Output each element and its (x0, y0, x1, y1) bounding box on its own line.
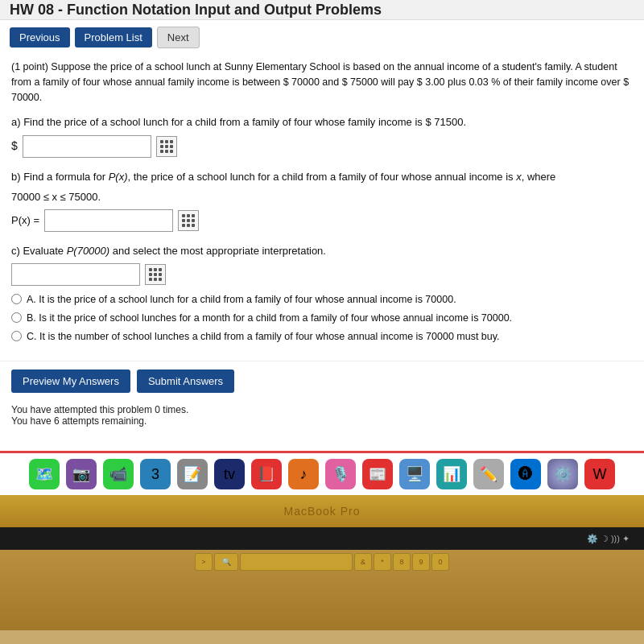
part-b-input-row: P(x) = (11, 209, 633, 232)
dot (165, 150, 168, 153)
laptop-screen: HW 08 - Function Notation Input and Outp… (0, 0, 644, 451)
dock-calendar-icon[interactable]: 3 (140, 459, 171, 489)
dot (149, 273, 152, 276)
radio-option-a: A. It is the price of a school lunch for… (11, 292, 633, 308)
dock-preferences-icon[interactable]: ⚙️ (547, 459, 578, 489)
dock-numbers-icon[interactable]: 📊 (436, 459, 467, 489)
dock-powerpoint2-icon[interactable]: W (584, 459, 615, 489)
dock-appstore-icon[interactable]: 🅐 (510, 459, 541, 489)
dock-appletv-icon[interactable]: tv (214, 459, 245, 489)
dot (165, 145, 168, 148)
part-a-input[interactable] (23, 135, 151, 158)
attempt-line1: You have attempted this problem 0 times. (11, 404, 633, 415)
part-a-input-row: $ (11, 135, 633, 158)
previous-button[interactable]: Previous (10, 27, 70, 47)
dot (159, 278, 162, 281)
radio-b-label: B. Is it the price of school lunches for… (27, 311, 512, 326)
grid-dots-c (149, 268, 162, 281)
preview-button[interactable]: Preview My Answers (11, 369, 130, 393)
key-9[interactable]: 9 (412, 553, 430, 571)
dot (149, 268, 152, 271)
dot (187, 224, 190, 227)
part-b: b) Find a formula for P(x), the price of… (11, 169, 633, 232)
dot (159, 268, 162, 271)
dock-notes-icon[interactable]: 📝 (177, 459, 208, 489)
part-a-label: a) Find the price of a school lunch for … (11, 114, 633, 130)
dot (160, 150, 163, 153)
dot (165, 140, 168, 143)
px-label: P(x) = (11, 213, 39, 229)
laptop-bezel: MacBook Pro (0, 495, 644, 527)
dot (160, 145, 163, 148)
key-0[interactable]: 0 (431, 553, 449, 571)
key-amp[interactable]: & (354, 553, 372, 571)
problem-intro: (1 point) Suppose the price of a school … (11, 60, 633, 105)
macbook-label: MacBook Pro (283, 505, 360, 518)
attempt-line2: You have 6 attempts remaining. (11, 415, 633, 427)
key-asterisk[interactable]: * (374, 553, 391, 571)
radio-b[interactable] (11, 312, 22, 323)
part-b-label-prefix: b) Find a formula for (11, 171, 109, 183)
keyboard-area: > 🔍 & * 8 9 0 (0, 550, 644, 630)
dot (187, 219, 190, 222)
part-c-grid-icon[interactable] (145, 264, 166, 285)
page-title: HW 08 - Function Notation Input and Outp… (10, 2, 382, 18)
dock-maps-icon[interactable]: 🗺️ (29, 459, 60, 489)
dock-photos-icon[interactable]: 📷 (66, 459, 97, 489)
dock-news-icon[interactable]: 📰 (362, 459, 393, 489)
grid-dots-a (160, 140, 173, 153)
dock-pencil-icon[interactable]: ✏️ (473, 459, 504, 489)
dot (159, 273, 162, 276)
dot (154, 268, 157, 271)
radio-a-label: A. It is the price of a school lunch for… (27, 292, 456, 308)
keyboard-keys: > 🔍 & * 8 9 0 (0, 553, 644, 571)
dock-podcasts-icon[interactable]: 🎙️ (325, 459, 356, 489)
dock-remotedesktop-icon[interactable]: 🖥️ (399, 459, 430, 489)
touchbar: ⚙️ ☽ ))) ✦ (0, 527, 644, 550)
part-c-input[interactable] (11, 263, 140, 286)
dollar-sign: $ (11, 138, 18, 155)
part-b-px: P(x) (109, 171, 128, 183)
radio-option-b: B. Is it the price of school lunches for… (11, 311, 633, 326)
part-b-input[interactable] (44, 209, 173, 232)
submit-button[interactable]: Submit Answers (137, 369, 234, 393)
dot (187, 214, 190, 217)
dot (160, 140, 163, 143)
part-a-grid-icon[interactable] (156, 136, 177, 157)
touchbar-controls: ⚙️ ☽ ))) ✦ (587, 534, 630, 544)
dock-facetime-icon[interactable]: 📹 (103, 459, 134, 489)
key-search[interactable]: 🔍 (214, 553, 238, 571)
part-c: c) Evaluate P(70000) and select the most… (11, 243, 633, 345)
key-space[interactable] (240, 553, 353, 571)
part-b-grid-icon[interactable] (178, 210, 199, 231)
dot (149, 278, 152, 281)
dot (182, 219, 185, 222)
dock-powerpoint-icon[interactable]: 📕 (251, 459, 282, 489)
dot (192, 219, 195, 222)
radio-a[interactable] (11, 294, 22, 304)
radio-c[interactable] (11, 331, 22, 341)
next-button[interactable]: Next (157, 27, 200, 48)
dot (182, 214, 185, 217)
dot (170, 145, 173, 148)
part-c-label: c) Evaluate P(70000) and select the most… (11, 243, 633, 259)
radio-options: A. It is the price of a school lunch for… (11, 292, 633, 344)
taskbar-area: 🗺️ 📷 📹 3 📝 tv 📕 ♪ 🎙️ 📰 🖥️ 📊 ✏️ 🅐 ⚙️ W (0, 451, 644, 495)
part-a: a) Find the price of a school lunch for … (11, 114, 633, 158)
part-b-label-suffix: , the price of a school lunch for a chil… (128, 171, 517, 183)
part-c-p70000: P(70000) (67, 245, 109, 257)
grid-dots-b (182, 214, 195, 227)
part-c-input-row (11, 263, 633, 286)
problem-list-button[interactable]: Problem List (75, 27, 152, 47)
part-b-inequality: 70000 ≤ x ≤ 75000. (11, 189, 633, 205)
key-gt[interactable]: > (195, 553, 213, 571)
dot (170, 140, 173, 143)
radio-option-c: C. It is the number of school lunches a … (11, 329, 633, 345)
attempt-info: You have attempted this problem 0 times.… (0, 401, 644, 430)
dot (192, 224, 195, 227)
key-8[interactable]: 8 (393, 553, 411, 571)
dot (154, 273, 157, 276)
dot (192, 214, 195, 217)
dock-music-icon[interactable]: ♪ (288, 459, 319, 489)
part-c-label-suffix: and select the most appropriate interpre… (109, 245, 326, 257)
